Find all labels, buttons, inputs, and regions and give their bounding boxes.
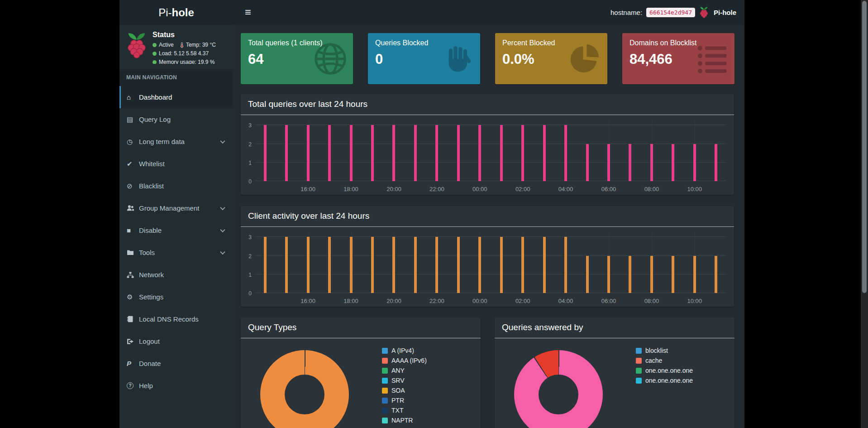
status-info: Status Active Temp: 39 °C Load: 5.12 [153,30,216,64]
status-panel: Status Active Temp: 39 °C Load: 5.12 [119,25,233,69]
sidebar-item-label: Whitelist [139,160,165,168]
scrollbar-thumb[interactable] [862,1,867,293]
bar [500,237,503,293]
bar [543,125,546,181]
bar [564,237,567,293]
network-icon [127,272,139,278]
legend-label: one.one.one.one [645,377,693,384]
legend-label: NAPTR [391,417,413,424]
x-axis-tick: 10:00 [683,186,706,192]
sidebar-item-group-management[interactable]: Group Management [119,197,233,219]
sidebar-item-settings[interactable]: ⚙Settings [119,286,233,308]
sidebar-item-label: Long term data [139,138,185,145]
bar [478,237,481,293]
legend-item-aaaa-ipv6[interactable]: AAAA (IPv6) [382,356,427,365]
h-gridline [254,293,727,293]
legend-item-cache[interactable]: cache [636,356,693,365]
h-gridline [254,162,727,163]
sidebar-item-blacklist[interactable]: ⊘Blacklist [119,175,233,197]
pihole-raspberry-icon [699,6,709,19]
legend-swatch [382,378,388,384]
donut-chart[interactable] [514,350,603,428]
queries-answered-by-chart: blocklistcacheone.one.one.oneone.one.one… [495,338,734,428]
sidebar-item-query-log[interactable]: ▤Query Log [119,108,233,130]
sidebar-item-whitelist[interactable]: ✔Whitelist [119,153,233,175]
x-axis-tick: 18:00 [340,298,362,304]
legend-swatch [382,358,388,364]
stat-card-queries-blocked: Queries Blocked0 [368,33,480,84]
thermometer-icon [180,42,184,48]
legend-item-one-one-one-one[interactable]: one.one.one.one [636,375,693,385]
bar-chart-plot[interactable] [254,232,727,293]
legend-item-srv[interactable]: SRV [382,375,427,385]
legend-item-txt[interactable]: TXT [382,405,427,415]
donut-chart[interactable] [260,350,349,428]
chevron-down-icon [220,205,225,210]
x-axis-tick: 10:00 [683,298,706,304]
status-active-text: Active [159,41,174,49]
legend-item-blocklist[interactable]: blocklist [636,346,693,356]
bar [715,144,717,181]
y-axis-tick: 3 [241,122,252,129]
h-gridline [254,125,727,125]
hostname-label: hostname: [610,9,642,16]
legend-label: blocklist [645,347,668,354]
sidebar-item-tools[interactable]: Tools [119,241,233,264]
sidebar-section-header: MAIN NAVIGATION [119,69,233,86]
sidebar-item-local-dns-records[interactable]: Local DNS Records [119,308,233,330]
x-axis-tick: 20:00 [382,186,405,192]
box-title: Query Types [241,317,481,338]
x-axis-tick: 00:00 [468,186,491,192]
x-axis-tick: 16:00 [297,298,320,304]
legend-item-a-ipv4[interactable]: A (IPv4) [382,346,427,356]
status-memory-text: Memory usage: 19.9 % [159,58,215,64]
legend-swatch [382,398,388,404]
globe-icon [313,42,348,76]
sidebar-item-dashboard[interactable]: ⌂Dashboard [119,86,233,108]
pihole-raspberry-logo [126,32,148,60]
top-navbar: Pi-hole ≡ hostname: 666154e2d947 Pi-hole [119,0,744,25]
sidebar-item-disable[interactable]: ■Disable [119,219,233,241]
y-axis-tick: 2 [241,141,252,148]
bar [328,237,331,293]
sidebar-item-logout[interactable]: Logout [119,330,233,352]
bar [264,237,267,293]
stat-card-domains-on-blocklist: Domains on Blocklist84,466 [622,33,734,84]
clock-icon: ◷ [127,138,139,146]
bar [586,144,589,181]
bar [285,237,288,293]
bar [371,237,374,293]
legend-swatch [382,368,388,374]
chevron-down-icon [220,138,225,143]
client-activity-chart: 012316:0018:0020:0022:0000:0002:0004:000… [241,227,734,307]
chart-legend: A (IPv4)AAAA (IPv6)ANYSRVSOAPTRTXTNAPTR [382,346,427,425]
legend-item-any[interactable]: ANY [382,365,427,375]
sidebar-item-long-term-data[interactable]: ◷Long term data [119,130,233,153]
sidebar-item-help[interactable]: ?Help [119,375,233,397]
app-logo[interactable]: Pi-hole [119,0,233,25]
page-scrollbar[interactable] [861,0,868,428]
legend-item-soa[interactable]: SOA [382,385,427,395]
x-axis-tick: 08:00 [640,298,663,304]
sidebar-item-donate[interactable]: PDonate [119,352,233,375]
x-axis-tick: 06:00 [597,186,620,192]
legend-swatch [636,368,642,374]
legend-item-ptr[interactable]: PTR [382,395,427,405]
legend-item-naptr[interactable]: NAPTR [382,415,427,425]
bar [564,125,567,181]
folder-icon [127,250,139,255]
stop-icon: ■ [127,226,139,234]
question-icon: ? [127,382,139,389]
bar [307,237,310,293]
legend-swatch [382,408,388,414]
bar [478,125,481,181]
legend-item-one-one-one-one[interactable]: one.one.one.one [636,365,693,375]
query-types-box: Query Types A (IPv4)AAAA (IPv6)ANYSRVSOA… [241,317,481,428]
bar [457,125,460,181]
bar-chart-plot[interactable] [254,120,727,181]
legend-swatch [382,348,388,354]
sidebar-toggle-button[interactable]: ≡ [239,0,257,25]
bar [650,144,653,181]
legend-label: SRV [391,377,405,384]
sidebar-item-network[interactable]: Network [119,264,233,286]
